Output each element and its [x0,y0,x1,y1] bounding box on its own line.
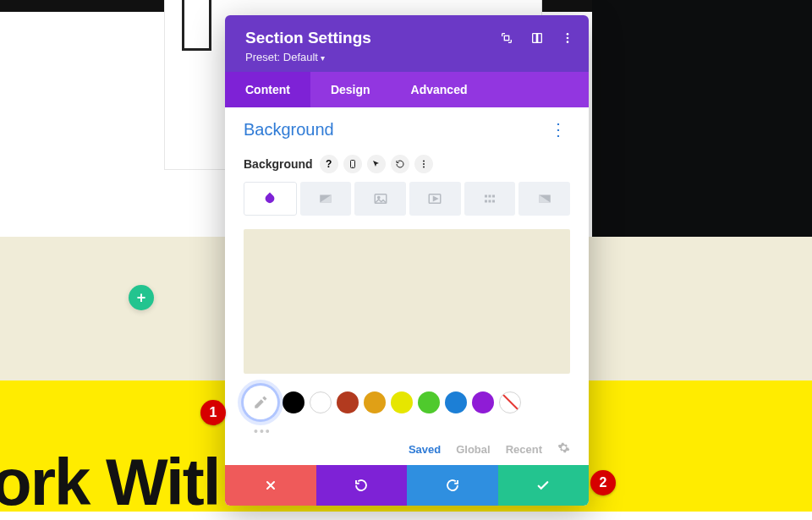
more-icon[interactable] [414,155,433,173]
tab-advanced[interactable]: Advanced [391,72,488,107]
svg-point-7 [352,167,353,167]
svg-marker-16 [434,197,438,201]
svg-rect-20 [485,200,487,203]
color-preview[interactable] [244,229,570,374]
section-kebab-icon[interactable]: ⋮ [546,119,570,140]
svg-rect-2 [536,34,539,43]
modal-footer [225,465,589,506]
background-type-tabs [244,182,570,216]
annotation-callout-2: 2 [590,470,616,495]
swatch-red[interactable] [337,391,359,413]
svg-rect-0 [504,36,508,40]
swatch-green[interactable] [418,391,440,413]
reset-icon[interactable] [391,155,409,173]
svg-point-5 [567,41,569,43]
hero-text-fragment: ork Witl [0,444,219,520]
svg-rect-21 [489,200,491,203]
svg-point-3 [567,33,569,36]
svg-point-14 [377,196,379,198]
help-icon[interactable]: ? [320,155,338,173]
swatch-orange[interactable] [364,391,386,413]
palette-tabs: Saved Global Recent [244,441,570,457]
swatch-none[interactable] [499,391,521,413]
section-title-row: Background ⋮ [244,119,570,140]
bgtype-video[interactable] [409,182,461,216]
palette-tab-global[interactable]: Global [456,443,490,456]
cancel-button[interactable] [225,465,316,506]
card-border-fragment [182,0,211,51]
undo-button[interactable] [316,465,408,506]
swatch-white[interactable] [310,391,332,413]
background-label: Background [244,157,313,171]
background-label-row: Background ? [244,155,570,173]
background-toolbar: ? [320,155,433,173]
svg-rect-17 [485,195,487,198]
svg-rect-22 [492,200,495,203]
modal-body: Background ⋮ Background ? [225,107,589,465]
section-settings-modal: Section Settings Preset: Default Content… [225,15,589,506]
swatch-row [244,386,570,419]
preset-dropdown[interactable]: Preset: Default [245,51,568,63]
snap-icon[interactable] [529,30,545,46]
palette-settings-icon[interactable] [557,441,570,457]
mobile-icon[interactable] [343,155,362,173]
header-icon-group [499,30,575,46]
palette-tab-saved[interactable]: Saved [409,443,441,456]
right-dark-block [592,0,812,237]
bgtype-pattern[interactable] [464,182,516,216]
section-title[interactable]: Background [244,120,334,140]
palette-pager-icon[interactable]: ••• [244,424,570,438]
bgtype-color[interactable] [244,182,297,216]
bgtype-image[interactable] [354,182,406,216]
swatch-black[interactable] [283,391,304,413]
plus-icon: + [137,289,146,307]
modal-tabs: Content Design Advanced [225,72,589,107]
kebab-menu-icon[interactable] [560,30,575,46]
swatch-blue[interactable] [445,391,467,413]
redo-button[interactable] [407,465,498,506]
modal-header: Section Settings Preset: Default [225,15,589,72]
annotation-callout-1: 1 [200,400,226,425]
hover-icon[interactable] [367,155,386,173]
svg-rect-19 [492,195,495,198]
tab-content[interactable]: Content [225,72,310,107]
bgtype-gradient[interactable] [300,182,352,216]
swatch-yellow[interactable] [391,391,413,413]
expand-icon[interactable] [499,30,514,46]
add-section-button[interactable]: + [129,285,154,310]
eyedropper-button[interactable] [244,386,277,419]
swatch-purple[interactable] [472,391,494,413]
svg-point-4 [567,37,569,40]
palette-tab-recent[interactable]: Recent [506,443,542,456]
bgtype-mask[interactable] [518,182,570,216]
tab-design[interactable]: Design [310,72,391,107]
svg-rect-18 [489,195,491,198]
svg-point-9 [423,163,425,165]
callout-label: 2 [600,475,607,490]
svg-point-8 [423,161,425,162]
callout-label: 1 [210,405,217,420]
save-button[interactable] [498,465,590,506]
svg-point-10 [423,167,425,168]
